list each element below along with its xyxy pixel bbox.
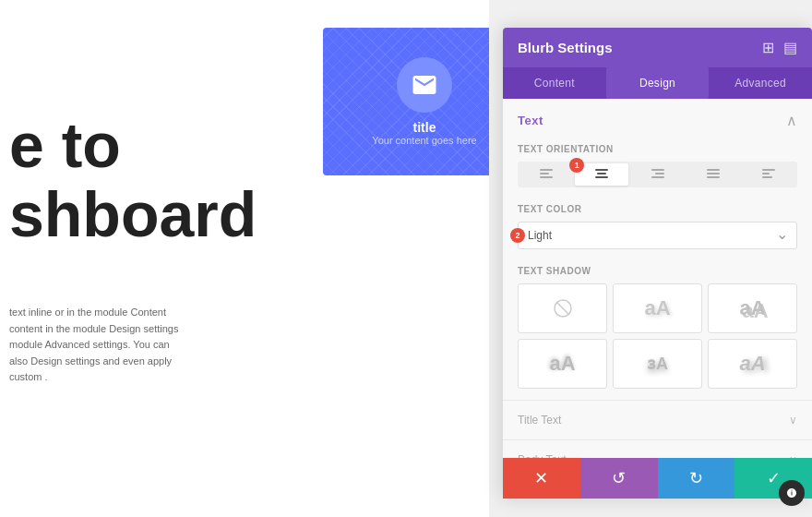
- svg-rect-6: [651, 169, 664, 171]
- shadow-grid: aA aA aA ɜA aA: [518, 283, 797, 389]
- text-orientation-label: Text Orientation: [518, 144, 797, 154]
- text-section-title: Text: [518, 114, 543, 127]
- svg-rect-7: [655, 173, 664, 174]
- svg-rect-9: [707, 169, 720, 171]
- svg-rect-0: [540, 169, 553, 171]
- body-text-section[interactable]: Body Text ∨: [503, 439, 812, 458]
- svg-rect-11: [707, 176, 720, 178]
- main-content: title Your content goes here e toshboard…: [0, 0, 489, 517]
- svg-rect-4: [597, 173, 606, 174]
- module-title: title: [413, 120, 436, 135]
- text-section-header: Text ∧: [503, 99, 812, 138]
- tab-content[interactable]: Content: [503, 67, 606, 99]
- orient-left-btn[interactable]: [519, 163, 573, 186]
- title-text-chevron: ∨: [789, 414, 797, 427]
- shadow-style-3-btn[interactable]: aA: [518, 339, 607, 389]
- page-heading: e toshboard: [0, 111, 323, 249]
- color-badge: 2: [510, 228, 525, 243]
- svg-line-16: [556, 302, 569, 315]
- svg-rect-10: [707, 173, 720, 174]
- orientation-buttons: 1: [518, 162, 797, 187]
- svg-rect-13: [762, 173, 770, 174]
- shadow-style-4-btn[interactable]: ɜA: [613, 339, 702, 389]
- orient-center-btn[interactable]: 1: [575, 163, 628, 186]
- body-paragraph: text inline or in the module Content con…: [9, 305, 180, 386]
- shadow-none-btn[interactable]: [518, 283, 607, 333]
- body-text-block: text inline or in the module Content con…: [0, 305, 180, 386]
- orientation-badge: 1: [569, 158, 584, 173]
- layout-icon[interactable]: ▤: [783, 39, 797, 56]
- floating-action-icon[interactable]: [779, 480, 805, 506]
- shadow-1-preview: aA: [644, 296, 670, 320]
- svg-rect-14: [762, 176, 772, 178]
- panel-body: Text ∧ Text Orientation 1: [503, 99, 812, 458]
- tab-design[interactable]: Design: [606, 67, 710, 99]
- shadow-2-preview: aA: [739, 296, 765, 320]
- svg-rect-8: [651, 176, 664, 178]
- heading-line1: e toshboard: [0, 111, 323, 249]
- panel-tabs: Content Design Advanced: [503, 67, 812, 99]
- svg-rect-2: [540, 176, 553, 178]
- text-color-select[interactable]: Light Dark: [518, 222, 797, 249]
- panel-header-icons: ⊞ ▤: [762, 39, 797, 56]
- text-color-label: Text Color: [518, 204, 797, 214]
- svg-rect-3: [595, 169, 608, 171]
- module-icon-circle: [397, 57, 452, 113]
- settings-icon[interactable]: ⊞: [762, 39, 774, 56]
- text-color-select-wrapper: 2 Light Dark: [518, 222, 797, 249]
- shadow-style-1-btn[interactable]: aA: [613, 283, 702, 333]
- svg-rect-1: [540, 173, 549, 174]
- text-section-collapse-icon[interactable]: ∧: [786, 112, 797, 129]
- module-preview: title Your content goes here: [323, 28, 489, 175]
- orient-right-btn[interactable]: [630, 163, 684, 186]
- panel-header: Blurb Settings ⊞ ▤: [503, 28, 812, 67]
- shadow-3-preview: aA: [549, 352, 575, 376]
- text-shadow-label: Text Shadow: [518, 266, 797, 276]
- svg-rect-12: [762, 169, 775, 171]
- title-text-label: Title Text: [518, 414, 561, 427]
- module-subtitle: Your content goes here: [372, 135, 476, 146]
- shadow-style-2-btn[interactable]: aA: [708, 283, 797, 333]
- orient-justify-btn[interactable]: [687, 163, 740, 186]
- panel-toolbar: ✕ ↺ ↻ ✓: [503, 458, 812, 499]
- email-icon: [411, 71, 438, 99]
- shadow-5-preview: aA: [739, 352, 765, 376]
- svg-rect-5: [595, 176, 608, 178]
- shadow-style-5-btn[interactable]: aA: [708, 339, 797, 389]
- cancel-button[interactable]: ✕: [503, 458, 580, 499]
- reset-button[interactable]: ↺: [580, 458, 658, 499]
- title-text-section[interactable]: Title Text ∨: [503, 400, 812, 439]
- panel-title: Blurb Settings: [518, 40, 613, 55]
- text-orientation-row: Text Orientation 1: [503, 138, 812, 198]
- text-color-row: Text Color 2 Light Dark: [503, 198, 812, 260]
- redo-button[interactable]: ↻: [658, 458, 735, 499]
- tab-advanced[interactable]: Advanced: [709, 67, 812, 99]
- shadow-4-preview: ɜA: [647, 354, 668, 374]
- text-shadow-row: Text Shadow aA aA: [503, 260, 812, 400]
- settings-panel: Blurb Settings ⊞ ▤ Content Design Advanc…: [503, 28, 812, 499]
- orient-inherit-btn[interactable]: [742, 163, 795, 186]
